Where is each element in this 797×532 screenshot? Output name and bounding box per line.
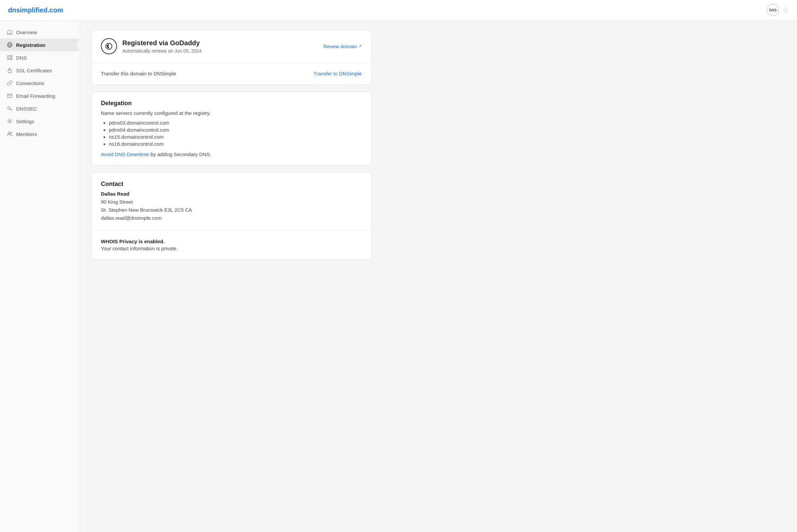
sidebar-label-dns: DNS: [16, 55, 27, 61]
svg-point-5: [11, 56, 12, 57]
sidebar-item-ssl[interactable]: SSL Certificates: [0, 64, 80, 77]
transfer-section: Transfer this domain to DNSimple Transfe…: [92, 63, 371, 84]
delegation-section: Delegation Name servers currently config…: [92, 92, 371, 165]
transfer-row: Transfer this domain to DNSimple Transfe…: [101, 71, 362, 76]
sidebar-label-overview: Overview: [16, 30, 37, 35]
godaddy-logo: [101, 38, 117, 54]
sidebar: Overview Registration: [0, 20, 80, 532]
delegation-description: Name servers currently configured at the…: [101, 110, 362, 116]
contact-address1: 90 King Street: [101, 198, 362, 206]
whois-description: Your contact information is private.: [101, 246, 362, 251]
sidebar-item-members[interactable]: Members: [0, 128, 80, 140]
registration-header: Registered via GoDaddy Automatically ren…: [101, 38, 362, 54]
email-icon: [7, 93, 13, 99]
avoid-dns-text: Avoid DNS Downtime by adding Secondary D…: [101, 151, 362, 157]
list-item: pdns03.domaincontrol.com: [109, 120, 362, 126]
list-item: pdns04.domaincontrol.com: [109, 127, 362, 133]
contact-section: Contact Dallas Read 90 King Street St. S…: [92, 173, 371, 230]
sidebar-item-dns[interactable]: DNS: [0, 51, 80, 64]
sidebar-item-dnssec[interactable]: DNSSEC: [0, 102, 80, 115]
contact-title: Contact: [101, 180, 362, 188]
sidebar-item-connections[interactable]: Connections: [0, 77, 80, 90]
auto-renew-text: Automatically renews on Jun 05, 2024: [122, 48, 202, 54]
transfer-to-dnsimple-link[interactable]: Transfer to DNSimple: [313, 71, 362, 76]
members-icon: [7, 131, 13, 137]
sidebar-item-overview[interactable]: Overview: [0, 26, 80, 39]
sidebar-label-settings: Settings: [16, 119, 34, 124]
svg-point-11: [8, 132, 10, 134]
registration-info: Registered via GoDaddy Automatically ren…: [122, 39, 202, 54]
delegation-card: Delegation Name servers currently config…: [91, 92, 371, 166]
sidebar-label-registration: Registration: [16, 42, 45, 48]
sidebar-item-settings[interactable]: Settings: [0, 115, 80, 128]
key-icon: [7, 106, 13, 112]
home-icon: [7, 29, 13, 35]
delegation-title: Delegation: [101, 100, 362, 107]
main-content: Registered via GoDaddy Automatically ren…: [80, 20, 382, 532]
favorite-star-icon[interactable]: ☆: [782, 6, 789, 14]
lock-icon: [7, 67, 13, 73]
nameserver-list: pdns03.domaincontrol.com pdns04.domainco…: [101, 120, 362, 147]
svg-point-6: [11, 59, 12, 59]
sidebar-active-arrow: [76, 39, 80, 51]
svg-point-10: [9, 120, 11, 122]
contact-address2: St. Stephen New Brunswick E3L 2C5 CA: [101, 206, 362, 214]
transfer-text: Transfer this domain to DNSimple: [101, 71, 176, 76]
top-bar: dnsimplified.com DNS ☆: [0, 0, 797, 20]
registration-card: Registered via GoDaddy Automatically ren…: [91, 30, 371, 85]
external-link-icon: ↗: [358, 44, 362, 49]
svg-rect-7: [8, 70, 12, 73]
registration-header-left: Registered via GoDaddy Automatically ren…: [101, 38, 202, 54]
whois-title: WHOIS Privacy is enabled.: [101, 239, 362, 244]
registration-section: Registered via GoDaddy Automatically ren…: [92, 30, 371, 63]
sidebar-label-email-forwarding: Email Forwarding: [16, 93, 55, 99]
contact-name: Dallas Read: [101, 191, 362, 197]
list-item: ns15.domaincontrol.com: [109, 134, 362, 140]
sidebar-label-ssl: SSL Certificates: [16, 68, 52, 73]
contact-card: Contact Dallas Read 90 King Street St. S…: [91, 172, 371, 260]
svg-point-12: [11, 132, 12, 134]
avoid-dns-downtime-link[interactable]: Avoid DNS Downtime: [101, 151, 149, 157]
sidebar-label-members: Members: [16, 131, 37, 137]
list-item: ns16.domaincontrol.com: [109, 141, 362, 147]
top-bar-right: DNS ☆: [767, 4, 789, 16]
page-layout: Overview Registration: [0, 20, 797, 532]
dns-icon: [7, 55, 13, 61]
sidebar-item-registration[interactable]: Registration: [0, 39, 80, 51]
contact-email: dallas.read@dnsimple.com: [101, 214, 362, 222]
dns-badge: DNS: [767, 4, 779, 16]
sidebar-label-dnssec: DNSSEC: [16, 106, 37, 112]
registered-via-title: Registered via GoDaddy: [122, 39, 202, 47]
whois-section: WHOIS Privacy is enabled. Your contact i…: [92, 230, 371, 259]
site-logo[interactable]: dnsimplified.com: [8, 6, 63, 14]
avoid-dns-suffix: by adding Secondary DNS.: [149, 151, 211, 157]
gear-icon: [7, 118, 13, 124]
sidebar-item-email-forwarding[interactable]: Email Forwarding: [0, 90, 80, 102]
link-icon: [7, 80, 13, 86]
svg-point-9: [8, 107, 11, 110]
sidebar-label-connections: Connections: [16, 80, 44, 86]
globe-icon: [7, 42, 13, 48]
renew-domain-link[interactable]: Renew domain ↗: [323, 43, 362, 49]
